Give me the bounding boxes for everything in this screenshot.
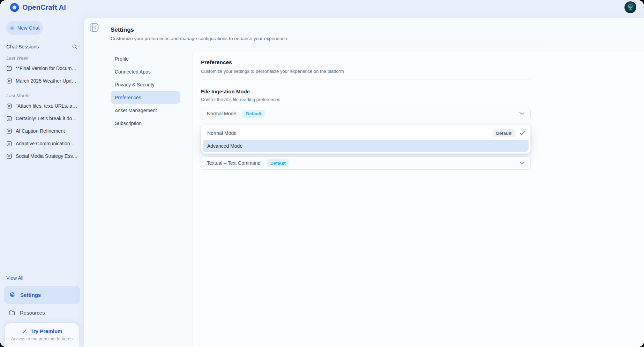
chat-session-item[interactable]: March 2025 Weather Upd… bbox=[0, 75, 84, 87]
dropdown-option-advanced-mode[interactable]: Advanced Mode bbox=[203, 140, 529, 152]
search-icon[interactable] bbox=[72, 44, 77, 49]
file-ingestion-selected-value: Normal Mode bbox=[207, 111, 236, 116]
file-ingestion-dropdown: Normal Mode Default Advanced Mode bbox=[201, 124, 531, 154]
brand-name: OpenCraft AI bbox=[22, 3, 66, 11]
topbar: OpenCraft AI bbox=[0, 0, 644, 15]
chat-session-item[interactable]: "Attach files, text, URLs, a… bbox=[0, 100, 84, 112]
default-badge: Default bbox=[493, 129, 515, 137]
settings-nav-connected-apps[interactable]: Connected Apps bbox=[111, 65, 180, 78]
sidebar: New Chat Chat Sessions Last Week **Final… bbox=[0, 15, 84, 347]
chat-doc-icon bbox=[6, 141, 12, 147]
settings-nav-profile[interactable]: Profile bbox=[111, 52, 180, 65]
chat-session-item[interactable]: Certainly! Let's break it do… bbox=[0, 112, 84, 125]
plus-icon bbox=[9, 25, 15, 31]
content-divider bbox=[201, 79, 531, 79]
sidebar-spacer bbox=[0, 162, 84, 275]
sidebar-item-settings[interactable]: Settings bbox=[4, 286, 80, 304]
chat-doc-icon bbox=[6, 65, 12, 71]
chat-group-last-month: Last Month bbox=[6, 93, 84, 98]
file-ingestion-select[interactable]: Normal Mode Default bbox=[201, 107, 531, 120]
chevron-down-icon bbox=[519, 161, 525, 165]
premium-title: Try Premium bbox=[31, 328, 62, 334]
chat-group-last-week: Last Week bbox=[6, 55, 84, 61]
chat-sessions-header: Chat Sessions bbox=[6, 44, 77, 49]
chat-session-item[interactable]: AI Caption Refinement bbox=[0, 125, 84, 137]
interaction-selected-value: Textual – Text Command bbox=[207, 160, 261, 166]
chat-session-item[interactable]: **Final Version for Docum… bbox=[0, 62, 84, 75]
page-subtitle: Customize your preferences and manage co… bbox=[111, 36, 544, 41]
settings-header: Settings Customize your preferences and … bbox=[84, 18, 644, 47]
chat-doc-icon bbox=[6, 153, 12, 159]
settings-nav: Profile Connected Apps Privacy & Securit… bbox=[111, 52, 193, 347]
premium-subtitle: Access to the premium features bbox=[8, 337, 75, 341]
folder-icon bbox=[9, 309, 15, 316]
sidebar-settings-label: Settings bbox=[20, 292, 41, 298]
settings-nav-privacy-security[interactable]: Privacy & Security bbox=[111, 78, 180, 91]
settings-panel: Settings Customize your preferences and … bbox=[84, 18, 644, 347]
interaction-mode-select[interactable]: Textual – Text Command Default bbox=[201, 156, 531, 170]
robot-avatar-icon bbox=[627, 3, 634, 11]
preferences-content: Preferences Customize your settings to p… bbox=[193, 52, 644, 347]
chevron-down-icon bbox=[519, 112, 525, 115]
preferences-title: Preferences bbox=[201, 59, 531, 65]
file-ingestion-title: File Ingestion Mode bbox=[201, 88, 531, 94]
new-chat-button[interactable]: New Chat bbox=[6, 21, 43, 35]
preferences-subtitle: Customize your settings to personalize y… bbox=[201, 69, 531, 74]
page-title: Settings bbox=[111, 26, 544, 33]
brand: OpenCraft AI bbox=[10, 3, 66, 12]
chat-session-item[interactable]: Adaptive Communication… bbox=[0, 137, 84, 150]
sidebar-resources-label: Resources bbox=[20, 310, 45, 316]
dropdown-option-normal-mode[interactable]: Normal Mode Default bbox=[203, 126, 529, 140]
opencraft-logo-icon bbox=[10, 3, 19, 12]
view-all-link[interactable]: View All bbox=[6, 275, 84, 281]
settings-nav-asset-management[interactable]: Asset Management bbox=[111, 104, 180, 117]
settings-nav-preferences[interactable]: Preferences bbox=[111, 91, 180, 104]
default-badge: Default bbox=[242, 110, 265, 118]
chat-doc-icon bbox=[6, 78, 12, 84]
new-chat-label: New Chat bbox=[17, 25, 40, 31]
settings-nav-subscription[interactable]: Subscription bbox=[111, 117, 180, 130]
magic-wand-icon bbox=[22, 328, 28, 334]
chat-sessions-title: Chat Sessions bbox=[6, 44, 39, 49]
app-window: OpenCraft AI New Chat Chat Sessions bbox=[0, 0, 644, 347]
chat-doc-icon bbox=[6, 103, 12, 109]
try-premium-card[interactable]: Try Premium Access to the premium featur… bbox=[5, 323, 79, 347]
gear-icon bbox=[9, 291, 16, 298]
chat-doc-icon bbox=[6, 116, 12, 122]
chat-doc-icon bbox=[6, 128, 12, 134]
chat-session-item[interactable]: Social Media Strategy Ess… bbox=[0, 150, 84, 162]
collapse-sidebar-icon[interactable] bbox=[90, 23, 99, 32]
header-divider bbox=[111, 47, 544, 47]
file-ingestion-subtitle: Control the AI's file reading preference… bbox=[201, 97, 531, 102]
check-icon bbox=[520, 131, 525, 135]
user-avatar[interactable] bbox=[624, 1, 636, 13]
default-badge: Default bbox=[267, 159, 289, 167]
sidebar-item-resources[interactable]: Resources bbox=[4, 304, 80, 321]
